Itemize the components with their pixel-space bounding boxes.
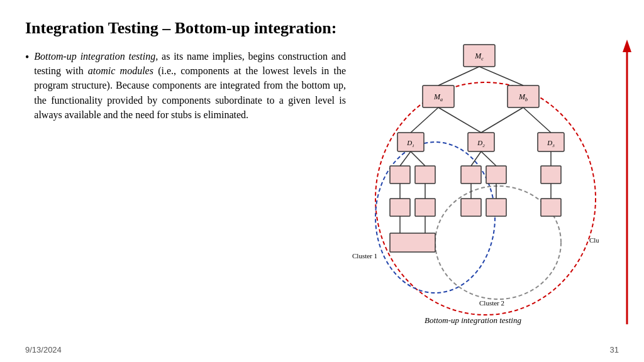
term2: atomic modules <box>88 65 153 76</box>
svg-rect-31 <box>390 199 410 216</box>
svg-line-27 <box>411 151 425 166</box>
term1: Bottom-up integration testing, <box>34 51 158 62</box>
svg-rect-21 <box>390 166 410 184</box>
bullet-point: • Bottom-up integration testing, as its … <box>25 49 346 122</box>
diagram-column: Mc Ma Mb D1 D2 <box>346 49 619 329</box>
svg-marker-49 <box>623 40 631 52</box>
content-area: • Bottom-up integration testing, as its … <box>25 49 619 329</box>
slide: Integration Testing – Bottom-up integrat… <box>0 0 644 362</box>
svg-line-29 <box>481 151 496 166</box>
svg-line-10 <box>479 67 523 85</box>
diagram-svg: Mc Ma Mb D1 D2 <box>347 35 599 331</box>
svg-rect-34 <box>486 199 506 216</box>
footer-page: 31 <box>610 345 619 354</box>
bullet-text: Bottom-up integration testing, as its na… <box>34 49 346 122</box>
svg-line-9 <box>438 67 479 85</box>
svg-rect-22 <box>415 166 435 184</box>
text-column: • Bottom-up integration testing, as its … <box>25 49 346 329</box>
footer-date: 9/13/2024 <box>25 345 62 354</box>
svg-line-26 <box>400 151 411 166</box>
svg-point-1 <box>375 142 495 293</box>
svg-text:Cluster 2: Cluster 2 <box>479 299 504 307</box>
svg-line-20 <box>523 107 551 133</box>
diagram-wrapper: Mc Ma Mb D1 D2 <box>347 35 618 343</box>
svg-text:Cluster 3: Cluster 3 <box>589 236 599 244</box>
svg-rect-41 <box>390 233 435 252</box>
svg-rect-35 <box>541 199 561 216</box>
svg-rect-32 <box>415 199 435 216</box>
svg-rect-23 <box>461 166 481 184</box>
svg-line-18 <box>438 107 481 133</box>
footer: 9/13/2024 31 <box>25 345 619 354</box>
bullet-dot: • <box>25 49 29 122</box>
svg-text:Cluster 1: Cluster 1 <box>352 252 377 260</box>
svg-rect-24 <box>486 166 506 184</box>
svg-line-17 <box>411 107 438 133</box>
svg-text:Bottom-up integration testing: Bottom-up integration testing <box>425 315 521 325</box>
svg-line-19 <box>481 107 523 133</box>
svg-rect-25 <box>541 166 561 184</box>
red-arrow-svg <box>621 38 633 327</box>
svg-rect-33 <box>461 199 481 216</box>
